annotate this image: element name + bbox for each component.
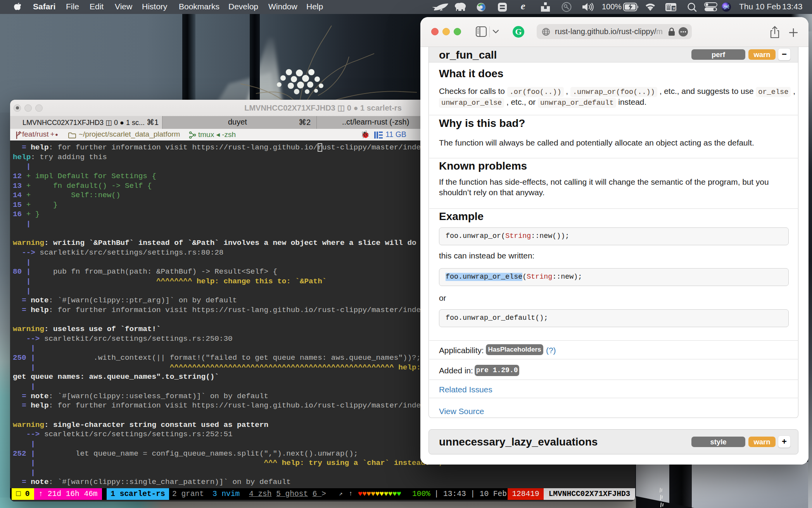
svg-text:⌘: ⌘ xyxy=(672,7,676,10)
